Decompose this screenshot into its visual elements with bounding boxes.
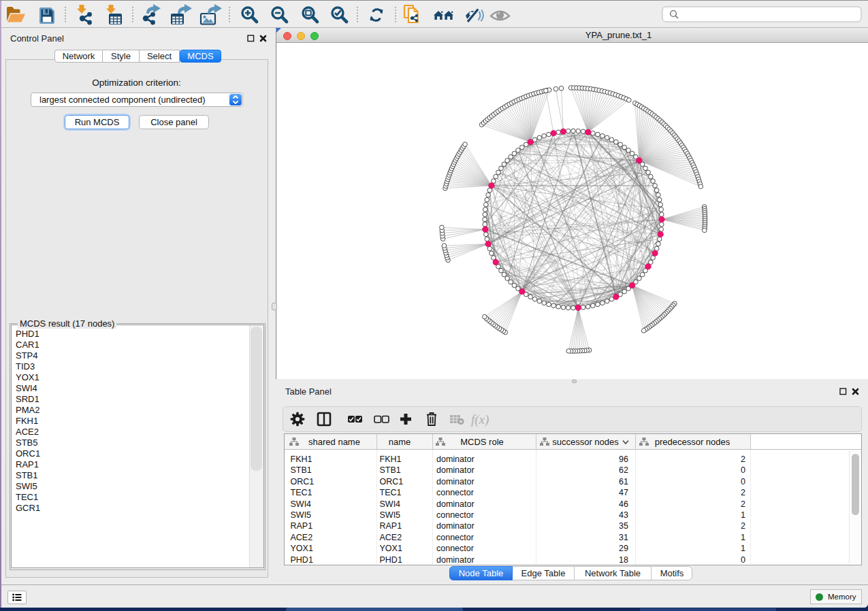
svg-text:ACE2: ACE2 (380, 533, 402, 542)
svg-text:1: 1 (741, 533, 745, 542)
svg-text:STB1: STB1 (291, 465, 312, 475)
svg-text:2: 2 (741, 488, 745, 497)
svg-text:PHD1: PHD1 (380, 555, 402, 565)
svg-text:dominator: dominator (436, 455, 475, 464)
svg-text:FKH1: FKH1 (291, 455, 312, 464)
svg-text:YOX1: YOX1 (380, 544, 402, 553)
svg-text:MCDS role: MCDS role (460, 437, 504, 447)
svg-text:connector: connector (436, 533, 474, 542)
svg-text:predecessor nodes: predecessor nodes (655, 437, 730, 447)
svg-text:TEC1: TEC1 (380, 488, 402, 497)
svg-text:RAP1: RAP1 (380, 521, 402, 531)
svg-text:62: 62 (619, 465, 628, 475)
svg-text:dominator: dominator (436, 499, 475, 509)
svg-text:SWI4: SWI4 (291, 499, 312, 509)
svg-text:shared name: shared name (308, 437, 360, 447)
svg-text:ORC1: ORC1 (380, 477, 404, 486)
svg-text:2: 2 (741, 499, 745, 509)
svg-text:1: 1 (741, 544, 745, 553)
svg-text:dominator: dominator (436, 465, 475, 475)
svg-text:0: 0 (741, 555, 745, 565)
svg-text:61: 61 (619, 477, 628, 486)
svg-text:ORC1: ORC1 (291, 477, 315, 486)
svg-text:96: 96 (619, 455, 628, 464)
svg-text:31: 31 (619, 533, 628, 542)
svg-text:29: 29 (619, 544, 628, 553)
svg-text:43: 43 (619, 510, 628, 520)
svg-text:1: 1 (741, 510, 745, 520)
svg-text:FKH1: FKH1 (380, 455, 402, 464)
svg-text:successor nodes: successor nodes (552, 437, 619, 447)
svg-text:18: 18 (619, 555, 628, 565)
svg-text:f(x): f(x) (471, 412, 489, 427)
svg-text:PHD1: PHD1 (291, 555, 313, 565)
svg-text:YOX1: YOX1 (291, 544, 313, 553)
svg-text:0: 0 (741, 465, 745, 475)
svg-text:name: name (389, 437, 411, 447)
svg-text:dominator: dominator (436, 477, 475, 486)
svg-text:connector: connector (436, 488, 474, 497)
svg-text:STB1: STB1 (380, 465, 401, 475)
svg-text:2: 2 (741, 455, 745, 464)
svg-text:0: 0 (741, 477, 745, 486)
svg-text:47: 47 (619, 488, 628, 497)
svg-text:connector: connector (436, 544, 474, 553)
svg-text:46: 46 (619, 499, 628, 509)
svg-text:SWI5: SWI5 (291, 510, 312, 520)
svg-text:connector: connector (436, 510, 474, 520)
svg-text:2: 2 (741, 521, 745, 531)
svg-text:SWI4: SWI4 (380, 499, 401, 509)
svg-text:dominator: dominator (436, 555, 475, 565)
svg-text:35: 35 (619, 521, 628, 531)
svg-text:TEC1: TEC1 (291, 488, 312, 497)
svg-text:SWI5: SWI5 (380, 510, 401, 520)
svg-text:dominator: dominator (436, 521, 475, 531)
svg-text:ACE2: ACE2 (291, 533, 313, 542)
svg-text:RAP1: RAP1 (291, 521, 313, 531)
